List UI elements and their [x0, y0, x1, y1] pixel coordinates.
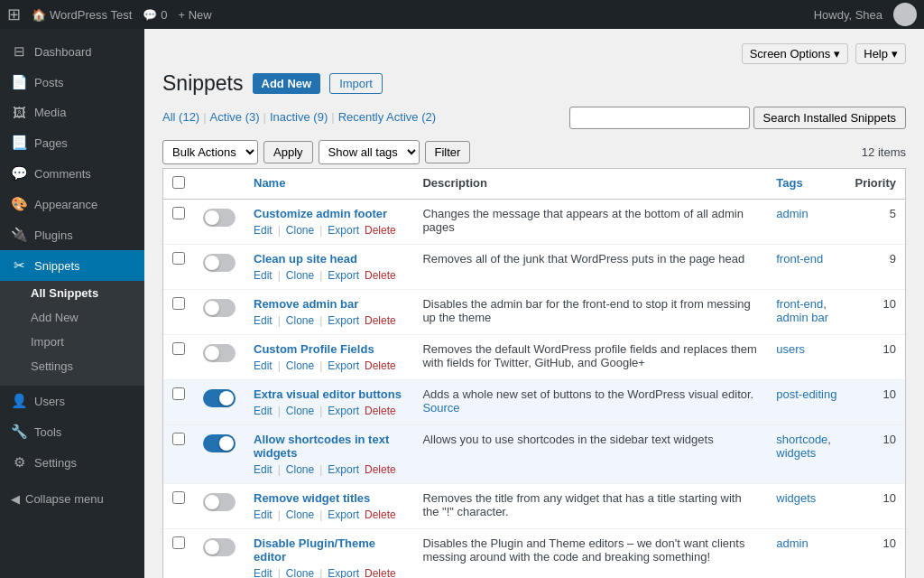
- action-export-8[interactable]: Export: [328, 567, 359, 578]
- sidebar-item-snippets[interactable]: ✂ Snippets: [0, 250, 144, 281]
- row-checkbox-7[interactable]: [172, 491, 185, 504]
- tag-link-1-admin[interactable]: admin: [776, 207, 808, 220]
- snippet-source-5[interactable]: Source: [422, 401, 459, 415]
- toggle-switch-7[interactable]: [203, 493, 236, 511]
- toggle-switch-1[interactable]: [203, 209, 236, 227]
- delete-link-7[interactable]: Delete: [365, 508, 396, 521]
- filter-btn[interactable]: Filter: [425, 141, 471, 163]
- sidebar-sub-settings[interactable]: Settings: [0, 354, 144, 378]
- row-checkbox-2[interactable]: [172, 252, 185, 265]
- row-checkbox-8[interactable]: [172, 536, 185, 549]
- action-clone-3[interactable]: Clone: [286, 314, 314, 327]
- sidebar-item-dashboard[interactable]: ⊟ Dashboard: [0, 36, 144, 67]
- action-clone-5[interactable]: Clone: [286, 405, 314, 417]
- action-export-2[interactable]: Export: [328, 269, 359, 282]
- filter-active[interactable]: Active (3): [210, 110, 260, 124]
- sidebar-item-users[interactable]: 👤 Users: [0, 386, 144, 416]
- delete-link-8[interactable]: Delete: [365, 567, 396, 578]
- snippet-name-link-6[interactable]: Allow shortcodes in text widgets: [254, 433, 389, 460]
- sidebar-item-comments[interactable]: 💬 Comments: [0, 158, 144, 189]
- tag-link-5-post-editing[interactable]: post-editing: [776, 387, 836, 401]
- delete-link-3[interactable]: Delete: [365, 314, 396, 327]
- filter-all[interactable]: All (12): [162, 110, 199, 124]
- action-edit-7[interactable]: Edit: [254, 508, 273, 521]
- wp-logo-icon[interactable]: ⊞: [7, 5, 21, 24]
- new-item-link[interactable]: + New: [179, 8, 212, 22]
- sidebar-sub-import[interactable]: Import: [0, 330, 144, 354]
- action-edit-8[interactable]: Edit: [254, 567, 273, 578]
- delete-link-6[interactable]: Delete: [365, 463, 396, 476]
- action-clone-6[interactable]: Clone: [286, 463, 314, 476]
- action-export-6[interactable]: Export: [328, 463, 359, 476]
- tag-link-2-front-end[interactable]: front-end: [776, 252, 823, 266]
- filter-inactive[interactable]: Inactive (9): [270, 110, 328, 124]
- comments-count[interactable]: 💬 0: [143, 8, 167, 22]
- apply-btn[interactable]: Apply: [263, 141, 313, 163]
- action-edit-2[interactable]: Edit: [254, 269, 273, 282]
- action-edit-5[interactable]: Edit: [254, 405, 273, 417]
- help-btn[interactable]: Help ▾: [855, 43, 906, 64]
- action-export-1[interactable]: Export: [328, 224, 359, 237]
- sidebar-sub-all-snippets[interactable]: All Snippets: [0, 281, 144, 305]
- toggle-switch-8[interactable]: [203, 538, 236, 556]
- name-col-header[interactable]: Name: [245, 169, 413, 200]
- tag-link-3-front-end[interactable]: front-end: [776, 297, 823, 311]
- sidebar-item-tools[interactable]: 🔧 Tools: [0, 416, 144, 447]
- snippet-name-link-7[interactable]: Remove widget titles: [254, 491, 370, 505]
- action-clone-8[interactable]: Clone: [286, 567, 314, 578]
- delete-link-2[interactable]: Delete: [365, 269, 396, 282]
- collapse-menu-btn[interactable]: ◀ Collapse menu: [0, 485, 144, 513]
- tag-link-7-widgets[interactable]: widgets: [776, 491, 816, 505]
- tags-col-header[interactable]: Tags: [767, 169, 845, 200]
- sidebar-item-plugins[interactable]: 🔌 Plugins: [0, 219, 144, 250]
- action-edit-1[interactable]: Edit: [254, 224, 273, 237]
- screen-options-btn[interactable]: Screen Options ▾: [742, 43, 849, 64]
- toggle-switch-6[interactable]: [203, 434, 236, 452]
- import-btn[interactable]: Import: [329, 73, 383, 94]
- toggle-switch-5[interactable]: [203, 389, 236, 407]
- add-new-btn[interactable]: Add New: [253, 73, 321, 94]
- snippet-name-link-3[interactable]: Remove admin bar: [254, 297, 358, 311]
- action-edit-4[interactable]: Edit: [254, 359, 273, 372]
- search-input[interactable]: [569, 107, 750, 129]
- delete-link-1[interactable]: Delete: [365, 224, 396, 237]
- bulk-actions-select[interactable]: Bulk Actions: [162, 140, 258, 164]
- action-export-4[interactable]: Export: [328, 359, 359, 372]
- tag-link-6-shortcode[interactable]: shortcode: [776, 433, 827, 446]
- toggle-switch-3[interactable]: [203, 299, 236, 317]
- row-checkbox-1[interactable]: [172, 207, 185, 219]
- action-clone-4[interactable]: Clone: [286, 359, 314, 372]
- tag-link-4-users[interactable]: users: [776, 342, 805, 356]
- tags-select[interactable]: Show all tags: [319, 140, 420, 164]
- action-export-3[interactable]: Export: [328, 314, 359, 327]
- action-clone-7[interactable]: Clone: [286, 508, 314, 521]
- toggle-switch-4[interactable]: [203, 344, 236, 362]
- snippet-name-link-8[interactable]: Disable Plugin/Theme editor: [254, 536, 375, 564]
- sidebar-item-pages[interactable]: 📃 Pages: [0, 127, 144, 158]
- filter-recently-active[interactable]: Recently Active (2): [338, 110, 436, 124]
- action-clone-2[interactable]: Clone: [286, 269, 314, 282]
- snippet-name-link-5[interactable]: Extra visual editor buttons: [254, 387, 402, 401]
- delete-link-4[interactable]: Delete: [365, 359, 396, 372]
- toggle-switch-2[interactable]: [203, 254, 236, 272]
- action-edit-6[interactable]: Edit: [254, 463, 273, 476]
- row-checkbox-3[interactable]: [172, 297, 185, 310]
- search-btn[interactable]: Search Installed Snippets: [753, 107, 906, 129]
- snippet-name-link-2[interactable]: Clean up site head: [254, 252, 357, 266]
- tag-link-3-admin-bar[interactable]: admin bar: [776, 311, 828, 324]
- sidebar-item-media[interactable]: 🖼 Media: [0, 98, 144, 127]
- action-clone-1[interactable]: Clone: [286, 224, 314, 237]
- sidebar-item-settings[interactable]: ⚙ Settings: [0, 447, 144, 478]
- action-export-5[interactable]: Export: [328, 405, 359, 417]
- row-checkbox-5[interactable]: [172, 387, 185, 400]
- sidebar-item-posts[interactable]: 📄 Posts: [0, 67, 144, 98]
- action-export-7[interactable]: Export: [328, 508, 359, 521]
- site-name[interactable]: 🏠 WordPress Test: [32, 8, 132, 22]
- delete-link-5[interactable]: Delete: [365, 405, 396, 417]
- select-all-checkbox[interactable]: [172, 176, 185, 189]
- row-checkbox-4[interactable]: [172, 342, 185, 355]
- snippet-name-link-4[interactable]: Custom Profile Fields: [254, 342, 374, 356]
- sidebar-item-appearance[interactable]: 🎨 Appearance: [0, 189, 144, 219]
- action-edit-3[interactable]: Edit: [254, 314, 273, 327]
- snippet-name-link-1[interactable]: Customize admin footer: [254, 207, 387, 220]
